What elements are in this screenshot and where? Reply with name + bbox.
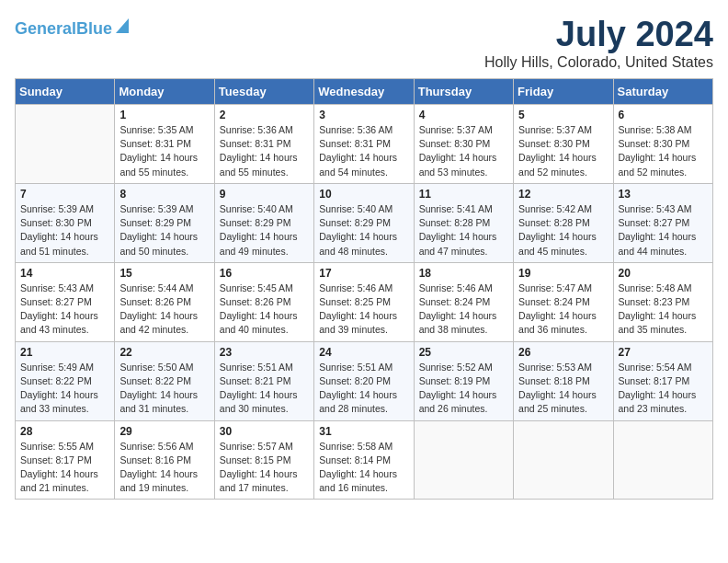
day-number: 24 (319, 346, 408, 359)
day-info: Sunrise: 5:53 AM Sunset: 8:18 PM Dayligh… (518, 361, 608, 417)
calendar-day-cell (613, 420, 712, 500)
subtitle: Holly Hills, Colorado, United States (484, 54, 713, 71)
day-number: 18 (419, 267, 508, 280)
main-title: July 2024 (484, 15, 713, 54)
day-number: 21 (20, 346, 109, 359)
calendar-body: 1Sunrise: 5:35 AM Sunset: 8:31 PM Daylig… (16, 105, 713, 500)
day-info: Sunrise: 5:50 AM Sunset: 8:22 PM Dayligh… (119, 361, 209, 417)
calendar-day-cell: 29Sunrise: 5:56 AM Sunset: 8:16 PM Dayli… (115, 420, 214, 500)
calendar-day-cell: 19Sunrise: 5:47 AM Sunset: 8:24 PM Dayli… (514, 262, 613, 341)
day-info: Sunrise: 5:41 AM Sunset: 8:28 PM Dayligh… (419, 202, 508, 259)
calendar-day-cell: 9Sunrise: 5:40 AM Sunset: 8:29 PM Daylig… (214, 183, 313, 262)
day-info: Sunrise: 5:58 AM Sunset: 8:14 PM Dayligh… (319, 440, 408, 496)
calendar-day-cell: 31Sunrise: 5:58 AM Sunset: 8:14 PM Dayli… (314, 420, 414, 500)
calendar-day-cell: 20Sunrise: 5:48 AM Sunset: 8:23 PM Dayli… (613, 262, 712, 341)
day-info: Sunrise: 5:39 AM Sunset: 8:30 PM Dayligh… (20, 202, 109, 259)
day-number: 29 (119, 425, 209, 438)
calendar-day-cell: 13Sunrise: 5:43 AM Sunset: 8:27 PM Dayli… (613, 183, 712, 262)
calendar-day-cell: 7Sunrise: 5:39 AM Sunset: 8:30 PM Daylig… (16, 183, 115, 262)
calendar-header-row: SundayMondayTuesdayWednesdayThursdayFrid… (16, 79, 713, 105)
day-info: Sunrise: 5:57 AM Sunset: 8:15 PM Dayligh… (220, 440, 309, 496)
day-number: 17 (319, 267, 408, 280)
calendar-day-cell: 16Sunrise: 5:45 AM Sunset: 8:26 PM Dayli… (214, 262, 313, 341)
calendar-week-row: 7Sunrise: 5:39 AM Sunset: 8:30 PM Daylig… (16, 183, 713, 262)
day-info: Sunrise: 5:45 AM Sunset: 8:26 PM Dayligh… (220, 282, 309, 338)
day-number: 14 (20, 267, 109, 280)
calendar-day-cell: 4Sunrise: 5:37 AM Sunset: 8:30 PM Daylig… (414, 105, 513, 184)
day-info: Sunrise: 5:47 AM Sunset: 8:24 PM Dayligh… (518, 282, 608, 338)
calendar-day-cell: 30Sunrise: 5:57 AM Sunset: 8:15 PM Dayli… (214, 420, 313, 500)
day-number: 22 (119, 346, 209, 359)
calendar-header-cell: Saturday (613, 79, 712, 105)
day-info: Sunrise: 5:37 AM Sunset: 8:30 PM Dayligh… (518, 123, 608, 179)
calendar-table: SundayMondayTuesdayWednesdayThursdayFrid… (15, 78, 713, 500)
day-info: Sunrise: 5:40 AM Sunset: 8:29 PM Dayligh… (220, 202, 309, 259)
calendar-day-cell: 1Sunrise: 5:35 AM Sunset: 8:31 PM Daylig… (115, 105, 214, 184)
day-info: Sunrise: 5:35 AM Sunset: 8:31 PM Dayligh… (119, 123, 209, 179)
day-info: Sunrise: 5:52 AM Sunset: 8:19 PM Dayligh… (419, 361, 508, 417)
day-info: Sunrise: 5:49 AM Sunset: 8:22 PM Dayligh… (20, 361, 109, 417)
calendar-header-cell: Sunday (16, 79, 115, 105)
logo-icon (110, 15, 131, 35)
calendar-week-row: 14Sunrise: 5:43 AM Sunset: 8:27 PM Dayli… (16, 262, 713, 341)
day-info: Sunrise: 5:38 AM Sunset: 8:30 PM Dayligh… (619, 123, 708, 179)
day-info: Sunrise: 5:40 AM Sunset: 8:29 PM Dayligh… (319, 202, 408, 259)
calendar-day-cell (514, 420, 613, 500)
calendar-day-cell (16, 105, 115, 184)
day-number: 16 (220, 267, 309, 280)
calendar-day-cell: 22Sunrise: 5:50 AM Sunset: 8:22 PM Dayli… (115, 341, 214, 420)
day-number: 12 (518, 188, 608, 201)
calendar-day-cell: 5Sunrise: 5:37 AM Sunset: 8:30 PM Daylig… (514, 105, 613, 184)
day-info: Sunrise: 5:37 AM Sunset: 8:30 PM Dayligh… (419, 123, 508, 179)
calendar-header-cell: Thursday (414, 79, 513, 105)
day-info: Sunrise: 5:48 AM Sunset: 8:23 PM Dayligh… (619, 282, 708, 338)
day-number: 25 (419, 346, 508, 359)
calendar-day-cell: 11Sunrise: 5:41 AM Sunset: 8:28 PM Dayli… (414, 183, 513, 262)
calendar-week-row: 28Sunrise: 5:55 AM Sunset: 8:17 PM Dayli… (16, 420, 713, 500)
day-info: Sunrise: 5:56 AM Sunset: 8:16 PM Dayligh… (119, 440, 209, 496)
day-number: 5 (518, 109, 608, 121)
day-number: 13 (619, 188, 708, 201)
day-number: 4 (419, 109, 508, 121)
day-info: Sunrise: 5:46 AM Sunset: 8:25 PM Dayligh… (319, 282, 408, 338)
calendar-day-cell: 28Sunrise: 5:55 AM Sunset: 8:17 PM Dayli… (16, 420, 115, 500)
calendar-day-cell: 12Sunrise: 5:42 AM Sunset: 8:28 PM Dayli… (514, 183, 613, 262)
calendar-week-row: 1Sunrise: 5:35 AM Sunset: 8:31 PM Daylig… (16, 105, 713, 184)
day-number: 28 (20, 425, 109, 438)
logo: GeneralBlue (15, 15, 131, 37)
day-info: Sunrise: 5:43 AM Sunset: 8:27 PM Dayligh… (619, 202, 708, 259)
day-number: 26 (518, 346, 608, 359)
logo-text: GeneralBlue (15, 20, 112, 37)
day-number: 20 (619, 267, 708, 280)
calendar-day-cell: 15Sunrise: 5:44 AM Sunset: 8:26 PM Dayli… (115, 262, 214, 341)
day-info: Sunrise: 5:43 AM Sunset: 8:27 PM Dayligh… (20, 282, 109, 338)
day-info: Sunrise: 5:39 AM Sunset: 8:29 PM Dayligh… (119, 202, 209, 259)
day-info: Sunrise: 5:54 AM Sunset: 8:17 PM Dayligh… (619, 361, 708, 417)
day-info: Sunrise: 5:36 AM Sunset: 8:31 PM Dayligh… (319, 123, 408, 179)
svg-marker-0 (116, 18, 129, 33)
calendar-day-cell: 6Sunrise: 5:38 AM Sunset: 8:30 PM Daylig… (613, 105, 712, 184)
day-info: Sunrise: 5:51 AM Sunset: 8:21 PM Dayligh… (220, 361, 309, 417)
title-block: July 2024 Holly Hills, Colorado, United … (484, 15, 713, 71)
day-number: 11 (419, 188, 508, 201)
calendar-day-cell: 2Sunrise: 5:36 AM Sunset: 8:31 PM Daylig… (214, 105, 313, 184)
calendar-day-cell (414, 420, 513, 500)
day-info: Sunrise: 5:51 AM Sunset: 8:20 PM Dayligh… (319, 361, 408, 417)
calendar-day-cell: 3Sunrise: 5:36 AM Sunset: 8:31 PM Daylig… (314, 105, 414, 184)
day-number: 19 (518, 267, 608, 280)
calendar-day-cell: 17Sunrise: 5:46 AM Sunset: 8:25 PM Dayli… (314, 262, 414, 341)
calendar-day-cell: 18Sunrise: 5:46 AM Sunset: 8:24 PM Dayli… (414, 262, 513, 341)
day-info: Sunrise: 5:46 AM Sunset: 8:24 PM Dayligh… (419, 282, 508, 338)
page-header: GeneralBlue July 2024 Holly Hills, Color… (15, 15, 713, 71)
day-number: 1 (119, 109, 209, 121)
day-number: 6 (619, 109, 708, 121)
calendar-day-cell: 25Sunrise: 5:52 AM Sunset: 8:19 PM Dayli… (414, 341, 513, 420)
calendar-day-cell: 10Sunrise: 5:40 AM Sunset: 8:29 PM Dayli… (314, 183, 414, 262)
day-number: 23 (220, 346, 309, 359)
day-number: 27 (619, 346, 708, 359)
day-info: Sunrise: 5:36 AM Sunset: 8:31 PM Dayligh… (220, 123, 309, 179)
day-number: 30 (220, 425, 309, 438)
day-number: 2 (220, 109, 309, 121)
day-number: 8 (119, 188, 209, 201)
day-info: Sunrise: 5:42 AM Sunset: 8:28 PM Dayligh… (518, 202, 608, 259)
